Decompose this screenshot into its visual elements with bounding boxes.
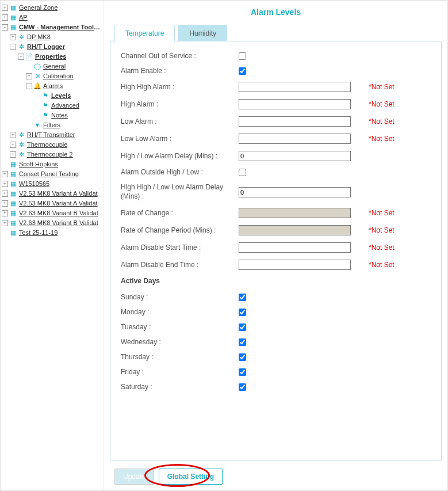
day-thu-checkbox[interactable] <box>239 353 246 361</box>
update-button[interactable]: Update <box>114 469 154 485</box>
tree-item[interactable]: -▦CMW - Management Tools Te <box>2 22 102 32</box>
grid-icon: ▦ <box>9 24 17 32</box>
tree-item-label[interactable]: Calibration <box>43 72 74 81</box>
day-sun-checkbox[interactable] <box>239 294 246 301</box>
tree-item[interactable]: -✲RH/T Logger <box>2 42 102 52</box>
expand-icon[interactable]: + <box>2 5 8 11</box>
alarm-enable-checkbox[interactable] <box>239 67 246 75</box>
tree-item[interactable]: +▦AP <box>2 13 102 22</box>
tree-item[interactable]: ▦Scott Hopkins <box>2 159 102 169</box>
roc-input[interactable] <box>239 208 351 218</box>
expand-icon[interactable]: + <box>10 142 16 148</box>
tree-item[interactable]: ⚑Levels <box>2 91 102 101</box>
roc-period-input[interactable] <box>239 225 351 235</box>
tree-item-label[interactable]: Properties <box>35 52 66 61</box>
tree-item[interactable]: +▦V2.63 MK8 Variant B Validat <box>2 208 102 218</box>
tree-item[interactable]: +✲RH/T Transmitter <box>2 130 102 140</box>
collapse-icon[interactable]: - <box>2 24 8 31</box>
tree-item-label[interactable]: V2.53 MK8 Variant A Validat <box>19 199 98 208</box>
expand-icon[interactable]: + <box>2 171 8 177</box>
tree-item[interactable]: -🔔Alarms <box>2 81 102 91</box>
tree-item-label[interactable]: Levels <box>51 92 71 100</box>
day-tue-checkbox[interactable] <box>239 323 246 331</box>
flag-icon: ⚑ <box>41 92 49 100</box>
tree-item-label[interactable]: V2.63 MK8 Variant B Validat <box>19 219 98 227</box>
expand-icon[interactable]: + <box>2 220 8 226</box>
roc-period-label: Rate of Change Period (Mins) : <box>121 226 239 234</box>
tree-item-label[interactable]: V2.53 MK8 Variant A Validat <box>19 189 98 198</box>
tree-item-label[interactable]: Thermocouple <box>27 140 67 149</box>
day-mon-checkbox[interactable] <box>239 309 246 316</box>
tree-item-label[interactable]: AP <box>19 13 28 22</box>
tree-item[interactable]: +▦V2.53 MK8 Variant A Validat <box>2 189 102 199</box>
hhll-delay-input[interactable] <box>239 187 351 197</box>
h-alarm-input[interactable] <box>239 99 351 109</box>
dis-start-input[interactable] <box>239 242 351 253</box>
tree-item[interactable]: ⚑Advanced <box>2 101 102 111</box>
tree-item[interactable]: +▦General Zone <box>2 3 102 13</box>
tree-item[interactable]: ◯General <box>2 62 102 71</box>
tree-item-label[interactable]: W1510565 <box>19 180 49 188</box>
day-wed-checkbox[interactable] <box>239 338 246 346</box>
tree-item-label[interactable]: Filters <box>43 121 60 130</box>
tree-item[interactable]: +▦V2.63 MK8 Variant B Validat <box>2 218 102 228</box>
expand-icon[interactable]: + <box>2 210 8 216</box>
tree-item[interactable]: +✲Thermocouple <box>2 140 102 150</box>
tree-item-label[interactable]: V2.63 MK8 Variant B Validat <box>19 209 98 218</box>
tree-item-label[interactable]: General <box>43 62 66 71</box>
ll-alarm-input[interactable] <box>239 134 351 144</box>
spacer-icon <box>34 102 40 109</box>
tree-item-label[interactable]: CMW - Management Tools Te <box>19 23 102 32</box>
l-alarm-label: Low Alarm : <box>121 117 239 125</box>
collapse-icon[interactable]: - <box>10 44 16 50</box>
h-alarm-status: *Not Set <box>365 100 405 108</box>
l-alarm-input[interactable] <box>239 116 351 127</box>
hl-delay-input[interactable] <box>239 151 351 161</box>
tab-humidity[interactable]: Humidity <box>178 25 227 41</box>
fan-icon: ✲ <box>17 151 25 159</box>
expand-icon[interactable]: + <box>2 181 8 187</box>
tree-item-label[interactable]: Thermocouple 2 <box>27 150 73 159</box>
tree-item-label[interactable]: RH/T Logger <box>27 43 65 51</box>
expand-icon[interactable]: + <box>10 34 16 40</box>
tree-item-label[interactable]: Advanced <box>51 101 79 110</box>
expand-icon[interactable]: + <box>2 14 8 21</box>
tree-item[interactable]: +✕Calibration <box>2 71 102 81</box>
tree-item-label[interactable]: DP MK8 <box>27 33 51 41</box>
dis-end-label: Alarm Disable End Time : <box>121 261 239 269</box>
tree-item-label[interactable]: General Zone <box>19 3 58 12</box>
tree-item-label[interactable]: RH/T Transmitter <box>27 131 75 139</box>
day-fri-checkbox[interactable] <box>239 368 246 376</box>
tree-item-label[interactable]: Scott Hopkins <box>19 160 58 169</box>
tree-item[interactable]: +▦W1510565 <box>2 179 102 189</box>
tree-item-label[interactable]: Notes <box>51 111 68 120</box>
tree-item-label[interactable]: Conset Panel Testing <box>19 170 79 178</box>
global-setting-button[interactable]: Global Setting <box>159 469 223 485</box>
hh-alarm-label: High High Alarm : <box>121 83 239 91</box>
expand-icon[interactable]: + <box>10 132 16 138</box>
tab-temperature[interactable]: Temperature <box>114 25 175 41</box>
out-of-service-checkbox[interactable] <box>239 52 246 60</box>
expand-icon[interactable]: + <box>10 151 16 158</box>
expand-icon[interactable]: + <box>2 191 8 197</box>
form-panel: Channel Out of Service : Alarm Enable : … <box>110 41 442 460</box>
tree-item[interactable]: ▼Filters <box>2 120 102 130</box>
tree-item[interactable]: +▦Conset Panel Testing <box>2 169 102 179</box>
collapse-icon[interactable]: - <box>26 83 32 89</box>
fan-icon: ✲ <box>17 43 25 51</box>
collapse-icon[interactable]: - <box>18 54 24 60</box>
expand-icon[interactable]: + <box>26 73 32 79</box>
tree-item-label[interactable]: Test 25-11-19 <box>19 229 58 237</box>
tree-item[interactable]: +✲Thermocouple 2 <box>2 150 102 159</box>
dis-end-input[interactable] <box>239 260 351 270</box>
expand-icon[interactable]: + <box>2 200 8 207</box>
tree-item-label[interactable]: Alarms <box>43 82 63 90</box>
tree-item[interactable]: -📄Properties <box>2 52 102 62</box>
hh-alarm-input[interactable] <box>239 82 351 92</box>
day-sat-checkbox[interactable] <box>239 383 246 391</box>
tree-item[interactable]: +✲DP MK8 <box>2 32 102 42</box>
outside-hl-checkbox[interactable] <box>239 169 246 176</box>
tree-item[interactable]: ⚑Notes <box>2 111 102 120</box>
tree-item[interactable]: ▦Test 25-11-19 <box>2 228 102 238</box>
tree-item[interactable]: +▦V2.53 MK8 Variant A Validat <box>2 199 102 208</box>
